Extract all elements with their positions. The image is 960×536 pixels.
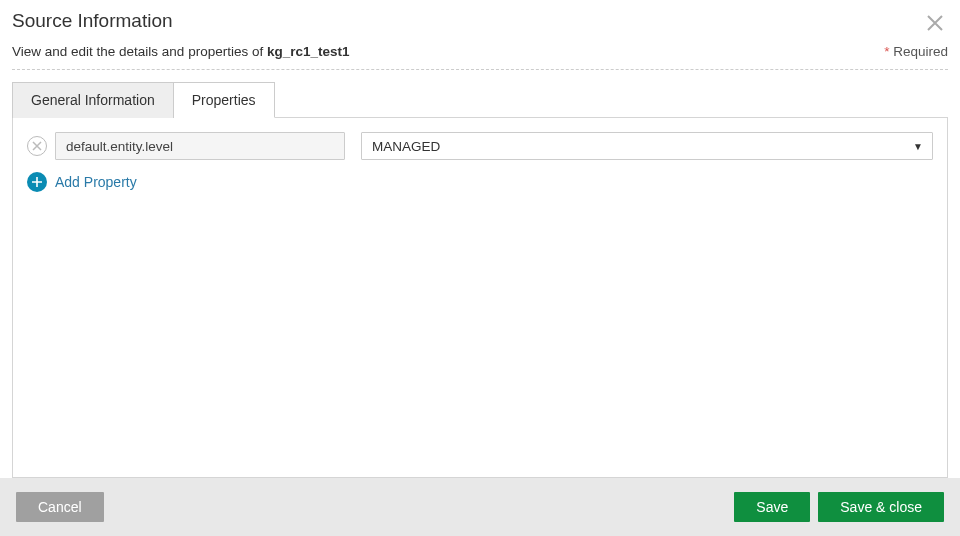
dialog-footer: Cancel Save Save & close bbox=[0, 478, 960, 536]
tab-properties[interactable]: Properties bbox=[174, 82, 275, 118]
save-and-close-button[interactable]: Save & close bbox=[818, 492, 944, 522]
separator bbox=[12, 69, 948, 70]
property-row: MANAGED ▼ bbox=[27, 132, 933, 160]
properties-panel: MANAGED ▼ Add Property bbox=[12, 117, 948, 478]
dialog-subtitle: View and edit the details and properties… bbox=[12, 44, 349, 59]
add-property-button[interactable]: Add Property bbox=[27, 172, 933, 192]
plus-icon bbox=[27, 172, 47, 192]
tab-bar: General Information Properties bbox=[12, 82, 948, 117]
save-button[interactable]: Save bbox=[734, 492, 810, 522]
property-name-input[interactable] bbox=[55, 132, 345, 160]
tab-general-information[interactable]: General Information bbox=[12, 82, 174, 118]
add-property-label: Add Property bbox=[55, 174, 137, 190]
close-icon[interactable] bbox=[922, 10, 948, 36]
property-value-select[interactable]: MANAGED bbox=[361, 132, 933, 160]
dialog-title: Source Information bbox=[12, 10, 173, 32]
remove-property-icon[interactable] bbox=[27, 136, 47, 156]
cancel-button[interactable]: Cancel bbox=[16, 492, 104, 522]
required-indicator: * Required bbox=[884, 44, 948, 59]
